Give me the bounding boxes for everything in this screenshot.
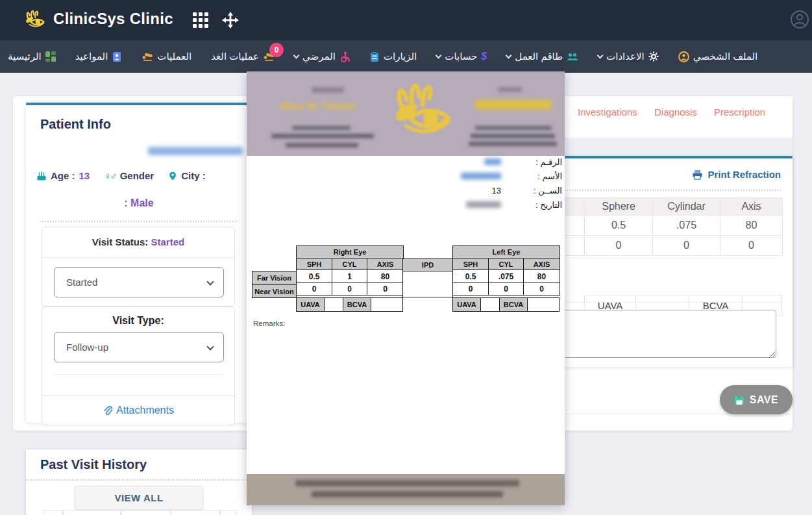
nav-item-staff[interactable]: طاقم العمل (506, 51, 578, 62)
tab-investigations[interactable]: Investigations (578, 107, 637, 118)
chevron-down-icon (506, 52, 512, 58)
nav-item-home[interactable]: الرئيسية (8, 51, 56, 62)
divider (54, 374, 224, 375)
cell-cylindar[interactable]: 0 (653, 236, 720, 256)
left-eye-table: Left Eye SPH CYL AXIS 0.5 .075 80 0 0 0 (452, 245, 560, 295)
printer-icon (692, 170, 703, 180)
visit-status-line: Visit Status: Started (42, 236, 234, 247)
nav-label: الرئيسية (8, 51, 42, 62)
cell-sphere[interactable]: 0 (585, 236, 653, 256)
tab-diagnosis[interactable]: Diagnosis (654, 107, 697, 118)
col-cyl: CYL (489, 258, 524, 270)
col-axis: AXIS (524, 258, 560, 270)
right-eye-header: Right Eye (297, 246, 404, 258)
cell: 0 (332, 283, 367, 295)
nav-item-patients[interactable]: المرضي (294, 51, 350, 62)
patient-summary-row: Age : 13 ♀♂ Gender City : (26, 170, 252, 181)
chevron-down-icon (206, 278, 214, 285)
print-refraction-link[interactable]: Print Refraction (692, 169, 781, 180)
floppy-disk-icon (734, 395, 744, 405)
nav-label: حسابات (445, 51, 477, 62)
apps-grid-icon[interactable] (193, 12, 208, 28)
redacted-text-line (312, 87, 344, 93)
nav-item-settings[interactable]: الاعدادات (598, 51, 659, 62)
visit-status-label: Visit Status: (92, 236, 148, 247)
cell-sphere[interactable]: 0.5 (585, 216, 653, 236)
patient-info-card: Patient Info Age : 13 ♀♂ Gender (26, 103, 252, 423)
chevron-down-icon (597, 52, 604, 58)
uava-value (324, 297, 343, 312)
redacted-text-line (292, 126, 351, 130)
operations-icon (141, 51, 153, 62)
visit-type-select[interactable]: Follow-up (54, 332, 224, 362)
visit-type-selected-option: Follow-up (66, 342, 108, 353)
nav-label: المواعيد (75, 51, 108, 62)
cell: 0 (489, 283, 524, 295)
nav-label: الزيارات (384, 51, 417, 62)
paperclip-icon (103, 405, 112, 416)
redacted-text-line (498, 87, 522, 92)
uava-label: UAVA (296, 297, 325, 312)
col-axis: AXIS (367, 258, 404, 270)
bcva-value (371, 297, 403, 312)
preview-age-label: الســن : (522, 186, 562, 195)
redacted-text-line (312, 491, 503, 497)
nav-label: طاقم العمل (515, 51, 563, 62)
nav-item-operations[interactable]: العمليات (141, 51, 191, 62)
preview-doctor-name: Mina M. Thabet (260, 101, 376, 112)
uava-label: UAVA (452, 297, 481, 312)
cell-axis[interactable]: 0 (720, 236, 783, 256)
ipd-value-cell (402, 271, 453, 297)
cell-cylindar[interactable]: .075 (653, 216, 720, 236)
move-arrows-icon[interactable] (221, 11, 240, 29)
nav-label: المرضي (302, 51, 336, 62)
print-preview-overlay: Mina M. Thabet (247, 71, 565, 505)
view-all-button[interactable]: VIEW ALL (75, 486, 203, 510)
save-button[interactable]: SAVE (720, 385, 793, 414)
attachments-link[interactable]: Attachments (103, 405, 174, 416)
brand[interactable]: ClinicSys Clinic (22, 8, 173, 30)
uava-value (480, 297, 500, 312)
nav-item-profile[interactable]: الملف الشخصي (678, 51, 757, 62)
visit-type-label: Visit Type: (42, 315, 234, 327)
tab-prescription[interactable]: Prescription (714, 107, 765, 118)
preview-name-label: الأسم : (522, 171, 562, 181)
history-title: Past Visit History (40, 457, 147, 472)
right-eye-table: Right Eye SPH CYL AXIS 0.5 1 80 0 0 0 (296, 245, 404, 295)
far-vision-label: Far Vision (252, 271, 297, 285)
nav-item-accounts[interactable]: حسابات $ (436, 51, 487, 62)
cell: 0.5 (453, 270, 489, 283)
user-avatar-icon[interactable] (790, 10, 809, 29)
nav-item-visits[interactable]: الزيارات (369, 51, 417, 62)
cell: 80 (524, 270, 560, 283)
nav-item-appointments[interactable]: المواعيد (75, 51, 123, 62)
visit-status-select[interactable]: Started (54, 267, 224, 297)
nav-label: العمليات (157, 51, 191, 62)
chevron-down-icon (206, 343, 214, 350)
col-cyl: CYL (332, 258, 367, 270)
preview-footer (247, 474, 565, 505)
redacted-text-line (271, 134, 374, 138)
cell: 0 (367, 283, 404, 295)
cell: 0 (297, 283, 332, 295)
nav-item-tomorrow-operations[interactable]: عمليات الغد 0 (211, 51, 275, 62)
staff-people-icon (567, 52, 578, 62)
near-vision-label: Near Vision (252, 284, 297, 298)
left-eye-header: Left Eye (453, 246, 560, 258)
clinic-logo-icon (22, 8, 47, 30)
gender-value: : Male (26, 197, 252, 209)
cell-axis[interactable]: 80 (720, 216, 783, 236)
attachments-label: Attachments (116, 405, 174, 416)
past-visit-history-card: Past Visit History VIEW ALL (26, 449, 252, 515)
bcva-label: BCVA (343, 297, 371, 312)
age-value: 13 (79, 170, 90, 181)
preview-number-label: الرقـم : (522, 157, 562, 167)
patient-info-title: Patient Info (40, 117, 111, 132)
preview-date-value (440, 200, 501, 210)
chevron-down-icon (293, 52, 300, 58)
print-refraction-label: Print Refraction (707, 169, 781, 180)
attachments-row: Attachments (42, 405, 234, 418)
clinic-logo-icon (384, 75, 457, 143)
main-nav: الرئيسية المواعيد (0, 40, 812, 73)
screen: ClinicSys Clinic الرئيسية (0, 0, 812, 515)
